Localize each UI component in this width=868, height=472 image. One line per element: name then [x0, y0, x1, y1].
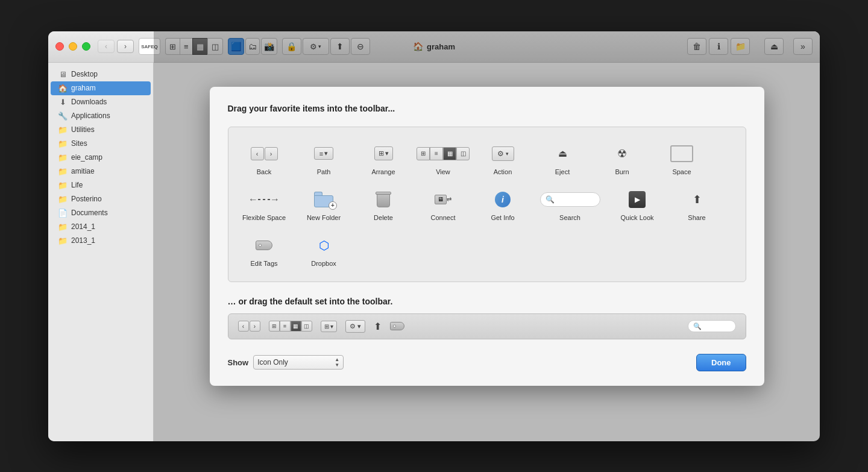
toolbar-item-share[interactable]: ⬆ Share [668, 183, 726, 226]
toolbar-item-quick-look[interactable]: ▶ Quick Look [609, 183, 666, 226]
sites-icon: 📁 [58, 139, 68, 148]
show-dropdown[interactable]: Icon Only ▲ ▼ [253, 355, 344, 370]
toolbar-customize-overlay: Drag your favorite items into the toolba… [154, 63, 820, 441]
dialog-drag-title: Drag your favorite items into the toolba… [228, 104, 746, 113]
sidebar-item-desktop[interactable]: 🖥 Desktop [51, 68, 151, 81]
sidebar-item-applications[interactable]: 🔧 Applications [51, 109, 151, 123]
view-item-icon: ⊞ ≡ ▦ ◫ [417, 142, 470, 166]
path-item-icon: ≡▾ [314, 142, 333, 166]
default-toolbar-bar[interactable]: ‹ › ⊞ ≡ ▦ ◫ [228, 313, 746, 339]
sidebar: 🖥 Desktop 🏠 graham ⬇ Downloads 🔧 Applica… [48, 63, 154, 441]
back-nav-button[interactable]: ‹ [98, 40, 115, 53]
done-button[interactable]: Done [696, 354, 746, 371]
life-icon: 📁 [58, 181, 68, 190]
sidebar-item-amitiae[interactable]: 📁 amitiae [51, 165, 151, 178]
toolbar-item-action[interactable]: ⚙ ▾ Action [474, 137, 532, 180]
folder-2013-icon: 📁 [58, 236, 68, 245]
get-info-item-icon: i [495, 187, 511, 212]
default-view-item: ⊞ ≡ ▦ ◫ [266, 319, 315, 333]
nav-buttons: ‹ › [98, 40, 134, 53]
sidebar-item-utilities[interactable]: 📁 Utilities [51, 123, 151, 137]
toolbar-item-flexible-space[interactable]: ← → Flexible Space [236, 183, 293, 226]
new-folder-item-icon: + [314, 187, 333, 212]
documents-icon: 📄 [58, 209, 68, 218]
toolbar-item-eject[interactable]: ⏏ Eject [534, 137, 591, 180]
toolbar-items-palette: ‹ › Back ≡▾ Path [228, 127, 746, 282]
eject-item-icon: ⏏ [558, 142, 567, 166]
search-item-icon: 🔍 [540, 187, 600, 212]
sidebar-item-sites[interactable]: 📁 Sites [51, 137, 151, 151]
toolbar-item-connect[interactable]: 🖥 ⇄ Connect [415, 183, 472, 226]
close-button[interactable] [55, 42, 64, 51]
space-item-icon [670, 142, 693, 166]
utilities-icon: 📁 [58, 125, 68, 134]
connect-item-icon: 🖥 ⇄ [435, 187, 451, 212]
forward-nav-button[interactable]: › [117, 40, 134, 53]
toolbar-item-arrange[interactable]: ⊞▾ Arrange [355, 137, 412, 180]
applications-icon: 🔧 [58, 112, 68, 121]
default-share-item: ⬆ [371, 319, 384, 333]
toolbar-item-new-folder[interactable]: + New Folder [295, 183, 353, 226]
home-icon: 🏠 [58, 84, 68, 93]
default-toolbar-label: … or drag the default set into the toolb… [228, 297, 746, 306]
folder-2014-icon: 📁 [58, 222, 68, 231]
toolbar-item-view[interactable]: ⊞ ≡ ▦ ◫ View [415, 137, 472, 180]
share-item-icon: ⬆ [693, 187, 702, 212]
toolbar-item-get-info[interactable]: i Get Info [474, 183, 532, 226]
sidebar-item-downloads[interactable]: ⬇ Downloads [51, 95, 151, 109]
toolbar-customize-dialog: Drag your favorite items into the toolba… [210, 87, 764, 386]
dropbox-item-icon: ⬡ [315, 233, 332, 257]
show-select-group: Show Icon Only ▲ ▼ [228, 355, 344, 370]
toolbar-item-back[interactable]: ‹ › Back [236, 137, 293, 180]
select-arrows-icon: ▲ ▼ [335, 357, 339, 368]
eie-camp-icon: 📁 [58, 153, 68, 162]
sidebar-item-graham[interactable]: 🏠 graham [51, 81, 151, 95]
back-item-icon: ‹ › [251, 142, 278, 166]
downloads-icon: ⬇ [58, 98, 68, 107]
burn-item-icon: ☢ [617, 142, 627, 166]
default-back-item: ‹ › [236, 319, 263, 333]
toolbar-item-space[interactable]: Space [653, 137, 711, 180]
show-label: Show [228, 358, 249, 367]
finder-window: ‹ › SAFEQ ⊞ ≡ ▦ ◫ 🟦 🗂 📸 🔒 [48, 31, 820, 441]
flex-space-item-icon: ← → [248, 187, 280, 212]
sidebar-item-documents[interactable]: 📄 Documents [51, 206, 151, 220]
toolbar-item-edit-tags[interactable]: Edit Tags [236, 228, 293, 272]
dialog-footer: Show Icon Only ▲ ▼ Done [228, 354, 746, 371]
default-search-item: 🔍 [685, 319, 738, 333]
toolbar-item-search[interactable]: 🔍 Search [534, 183, 606, 226]
sidebar-item-2013[interactable]: 📁 2013_1 [51, 234, 151, 248]
sidebar-item-eie-camp[interactable]: 📁 eie_camp [51, 151, 151, 165]
default-action-item: ⚙ ▾ [343, 319, 368, 334]
sidebar-item-posterino[interactable]: 📁 Posterino [51, 192, 151, 206]
sidebar-item-life[interactable]: 📁 Life [51, 178, 151, 192]
maximize-button[interactable] [82, 42, 90, 51]
desktop-icon: 🖥 [58, 70, 68, 79]
default-toolbar-section: … or drag the default set into the toolb… [228, 297, 746, 339]
toolbar-item-dropbox[interactable]: ⬡ Dropbox [295, 228, 353, 272]
toolbar-item-burn[interactable]: ☢ Burn [594, 137, 651, 180]
arrange-item-icon: ⊞▾ [374, 142, 393, 166]
sidebar-item-2014[interactable]: 📁 2014_1 [51, 220, 151, 234]
default-arrange-item: ⊞ ▾ [318, 319, 340, 333]
default-edit-tags-item [388, 321, 407, 332]
toolbar-item-path[interactable]: ≡▾ Path [295, 137, 353, 180]
posterino-icon: 📁 [58, 195, 68, 204]
content-area: 🖥 Desktop 🏠 graham ⬇ Downloads 🔧 Applica… [48, 63, 820, 441]
edit-tags-item-icon [256, 233, 272, 257]
quick-look-item-icon: ▶ [629, 187, 646, 212]
toolbar-item-delete[interactable]: Delete [355, 183, 412, 226]
minimize-button[interactable] [69, 42, 77, 51]
delete-item-icon [377, 187, 390, 212]
action-item-icon: ⚙ ▾ [492, 142, 514, 166]
traffic-lights [55, 42, 90, 51]
amitiae-icon: 📁 [58, 167, 68, 176]
